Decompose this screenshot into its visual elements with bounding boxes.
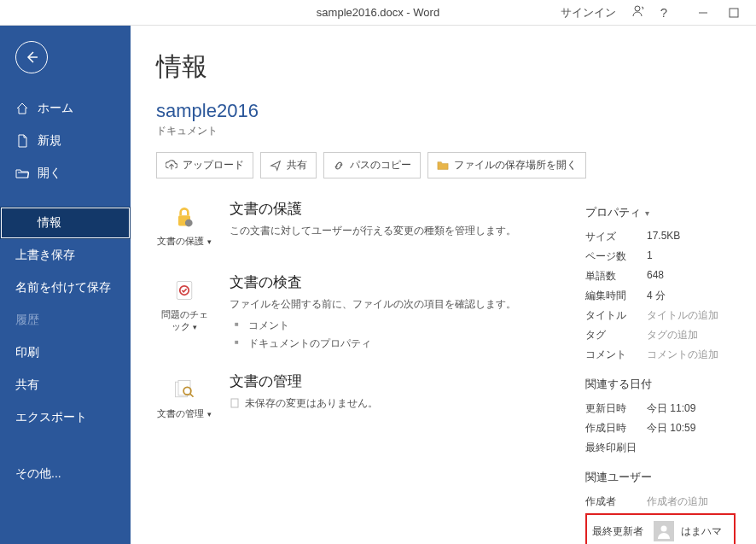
prop-size-val: 17.5KB: [647, 230, 680, 244]
upload-label: アップロード: [183, 158, 244, 173]
nav-save[interactable]: 上書き保存: [0, 239, 131, 272]
new-doc-icon: [15, 134, 29, 148]
nav-print-label: 印刷: [15, 345, 39, 360]
nav-share-label: 共有: [15, 377, 39, 393]
svg-point-5: [185, 219, 193, 227]
nav-info-label: 情報: [38, 215, 61, 231]
nav-saveas-label: 名前を付けて保存: [15, 280, 111, 295]
prop-tag-key: タグ: [585, 328, 647, 342]
prop-lastprint-key: 最終印刷日: [585, 441, 647, 455]
svg-point-0: [635, 6, 640, 11]
signin-link[interactable]: サインイン: [561, 5, 616, 20]
nav-history-label: 履歴: [15, 313, 39, 328]
document-name: sample2016: [156, 100, 730, 122]
prop-title-val[interactable]: タイトルの追加: [647, 308, 718, 323]
protect-document-tile[interactable]: 文書の保護 ▾: [156, 199, 212, 254]
nav-open-label: 開く: [38, 166, 61, 181]
prop-lastmod-key: 最終更新者: [592, 524, 654, 539]
manage-heading: 文書の管理: [230, 371, 378, 391]
inspect-tile-label: 問題のチェック: [161, 309, 208, 331]
inspect-desc: ファイルを公開する前に、ファイルの次の項目を確認します。: [230, 297, 516, 312]
prop-pages-val: 1: [647, 249, 653, 264]
nav-new[interactable]: 新規: [0, 125, 131, 157]
nav-info[interactable]: 情報: [0, 207, 131, 239]
share-button[interactable]: 共有: [260, 152, 317, 178]
inspect-bullet-2: ドキュメントのプロパティ: [235, 335, 516, 353]
help-icon[interactable]: ?: [660, 5, 667, 20]
nav-saveas[interactable]: 名前を付けて保存: [0, 272, 131, 304]
upload-button[interactable]: アップロード: [156, 152, 253, 178]
home-icon: [15, 102, 29, 115]
lock-icon: [172, 205, 196, 229]
properties-heading[interactable]: プロパティ ▾: [585, 205, 736, 220]
titlebar: sample2016.docx - Word サインイン ?: [0, 0, 756, 26]
upload-icon: [166, 160, 177, 172]
prop-modified-val: 今日 11:09: [647, 401, 695, 416]
prop-title-key: タイトル: [585, 308, 647, 323]
svg-rect-12: [231, 399, 238, 407]
account-icon[interactable]: [631, 4, 645, 20]
prop-author-key: 作成者: [585, 494, 647, 509]
related-users-heading: 関連ユーザー: [585, 470, 736, 485]
manage-desc: 未保存の変更はありません。: [245, 397, 378, 409]
backstage-sidebar: ホーム 新規 開く 情報 上書き保存 名前を付けて保存 履歴 印刷 共有 エクス…: [0, 26, 131, 544]
link-icon: [333, 160, 345, 172]
properties-panel: プロパティ ▾ サイズ17.5KB ページ数1 単語数648 編集時間4 分 タ…: [585, 205, 736, 544]
nav-print[interactable]: 印刷: [0, 336, 131, 369]
nav-home-label: ホーム: [38, 101, 73, 116]
prop-tag-val[interactable]: タグの追加: [647, 328, 698, 342]
prop-modified-key: 更新日時: [585, 401, 647, 416]
nav-export[interactable]: エクスポート: [0, 401, 131, 434]
nav-share[interactable]: 共有: [0, 369, 131, 401]
svg-line-11: [190, 394, 194, 397]
prop-author-val[interactable]: 作成者の追加: [647, 494, 708, 509]
prop-pages-key: ページ数: [585, 249, 647, 264]
related-dates-heading: 関連する日付: [585, 377, 736, 392]
open-location-button[interactable]: ファイルの保存場所を開く: [427, 152, 586, 178]
maximize-button[interactable]: [722, 4, 746, 21]
prop-comment-val[interactable]: コメントの追加: [647, 348, 718, 362]
prop-size-key: サイズ: [585, 230, 647, 244]
copy-path-button[interactable]: パスのコピー: [323, 152, 421, 178]
protect-heading: 文書の保護: [230, 199, 516, 219]
manage-tile-label: 文書の管理: [157, 408, 204, 418]
nav-open[interactable]: 開く: [0, 157, 131, 190]
document-small-icon: [230, 398, 240, 408]
document-type: ドキュメント: [156, 124, 730, 138]
prop-words-key: 単語数: [585, 269, 647, 284]
prop-edittime-val: 4 分: [647, 289, 666, 303]
nav-home[interactable]: ホーム: [0, 92, 131, 125]
info-page: 情報 sample2016 ドキュメント アップロード 共有 パスのコピー ファ…: [131, 26, 756, 544]
manage-icon: [172, 377, 196, 401]
nav-save-label: 上書き保存: [15, 248, 75, 263]
prop-words-val: 648: [647, 269, 664, 284]
last-modified-by-highlight: 最終更新者 はまハマ: [585, 513, 736, 544]
protect-desc: この文書に対してユーザーが行える変更の種類を管理します。: [230, 224, 516, 238]
prop-edittime-key: 編集時間: [585, 289, 647, 303]
manage-document-tile[interactable]: 文書の管理 ▾: [156, 371, 212, 426]
user-avatar-icon: [654, 521, 674, 541]
inspect-bullet-1: コメント: [235, 317, 516, 335]
nav-other-label: その他...: [15, 466, 61, 482]
inspect-icon: [172, 278, 196, 302]
chevron-down-icon: ▾: [643, 208, 649, 218]
open-location-label: ファイルの保存場所を開く: [454, 158, 577, 173]
copy-path-label: パスのコピー: [350, 158, 411, 173]
minimize-button[interactable]: [691, 4, 715, 21]
share-label: 共有: [287, 158, 307, 173]
folder-icon: [437, 160, 449, 172]
nav-export-label: エクスポート: [15, 410, 87, 425]
window-title: sample2016.docx - Word: [317, 6, 439, 19]
prop-comment-key: コメント: [585, 348, 647, 362]
nav-new-label: 新規: [38, 133, 61, 149]
protect-tile-label: 文書の保護: [157, 236, 204, 246]
page-title: 情報: [156, 50, 730, 85]
open-folder-icon: [15, 167, 29, 180]
back-button[interactable]: [15, 41, 48, 73]
prop-lastmod-val: はまハマ: [681, 524, 722, 539]
svg-rect-2: [730, 9, 738, 17]
nav-other[interactable]: その他...: [0, 458, 131, 490]
prop-created-val: 今日 10:59: [647, 421, 695, 436]
nav-history: 履歴: [0, 304, 131, 336]
check-issues-tile[interactable]: 問題のチェック ▾: [156, 272, 212, 339]
